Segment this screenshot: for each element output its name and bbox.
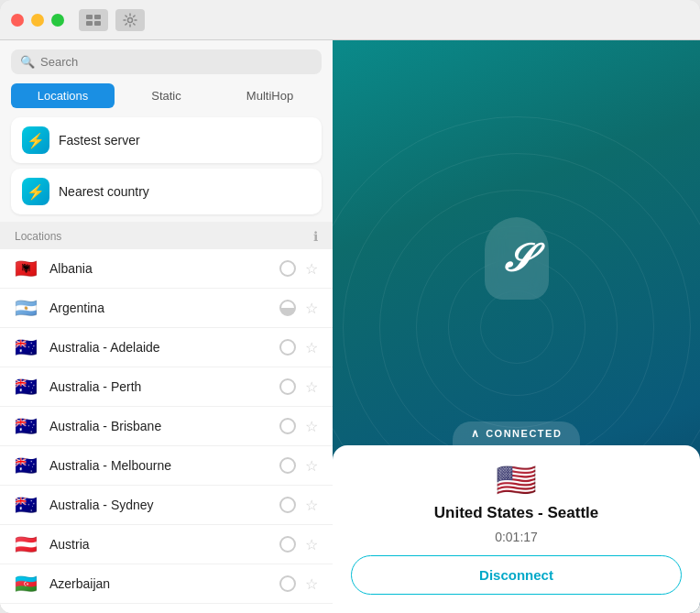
connected-status: CONNECTED: [486, 428, 562, 439]
country-name-australia-adelaide: Australia - Adelaide: [49, 340, 270, 355]
country-item-australia-perth[interactable]: 🇦🇺Australia - Perth☆: [0, 367, 333, 407]
country-item-albania[interactable]: 🇦🇱Albania☆: [0, 249, 333, 289]
star-australia-brisbane[interactable]: ☆: [305, 418, 318, 435]
flag-australia-brisbane: 🇦🇺: [15, 417, 40, 435]
app-window: 🔍 Locations Static MultiHop ⚡ Fastest se…: [0, 0, 700, 613]
connection-timer: 0:01:17: [495, 530, 538, 544]
country-item-austria[interactable]: 🇦🇹Austria☆: [0, 525, 333, 564]
svg-rect-1: [94, 15, 101, 19]
star-australia-melbourne[interactable]: ☆: [305, 457, 318, 475]
flag-australia-perth: 🇦🇺: [15, 378, 40, 396]
country-item-australia-sydney[interactable]: 🇦🇺Australia - Sydney☆: [0, 486, 333, 525]
country-list: 🇦🇱Albania☆🇦🇷Argentina☆🇦🇺Australia - Adel…: [0, 249, 333, 613]
svg-rect-3: [94, 21, 101, 26]
search-icon: 🔍: [20, 55, 35, 69]
settings-icon[interactable]: [115, 9, 145, 31]
country-name-australia-sydney: Australia - Sydney: [49, 498, 270, 512]
country-item-australia-adelaide[interactable]: 🇦🇺Australia - Adelaide☆: [0, 328, 333, 367]
flag-australia-melbourne: 🇦🇺: [15, 456, 40, 475]
left-panel: 🔍 Locations Static MultiHop ⚡ Fastest se…: [0, 40, 333, 613]
nearest-country-item[interactable]: ⚡ Nearest country: [11, 169, 322, 214]
connected-badge: ∧ CONNECTED: [453, 421, 581, 445]
search-wrapper[interactable]: 🔍: [11, 49, 322, 74]
fastest-server-label: Fastest server: [59, 133, 140, 148]
radio-albania[interactable]: [279, 260, 296, 277]
tab-multihop[interactable]: MultiHop: [218, 83, 322, 108]
logo-s: 𝒮: [503, 239, 530, 278]
logo-container: 𝒮: [485, 217, 549, 300]
chevron-up-icon[interactable]: ∧: [471, 427, 481, 440]
country-item-australia-brisbane[interactable]: 🇦🇺Australia - Brisbane☆: [0, 407, 333, 446]
radio-australia-perth[interactable]: [279, 378, 296, 395]
connected-panel: ∧ CONNECTED 🇺🇸 United States - Seattle 0…: [333, 421, 700, 613]
country-name-australia-brisbane: Australia - Brisbane: [49, 419, 270, 433]
star-australia-perth[interactable]: ☆: [305, 378, 318, 396]
lightning-icon-fastest: ⚡: [22, 126, 49, 154]
nearest-country-label: Nearest country: [59, 184, 149, 199]
country-item-australia-melbourne[interactable]: 🇦🇺Australia - Melbourne☆: [0, 446, 333, 486]
disconnect-button[interactable]: Disconnect: [351, 555, 682, 595]
star-australia-sydney[interactable]: ☆: [305, 497, 318, 514]
section-header-label: Locations: [15, 230, 61, 243]
flag-australia-sydney: 🇦🇺: [15, 496, 40, 514]
svg-rect-2: [86, 21, 93, 26]
country-item-azerbaijan[interactable]: 🇦🇿Azerbaijan☆: [0, 564, 333, 604]
logo-shape: 𝒮: [485, 217, 549, 300]
radio-australia-sydney[interactable]: [279, 497, 296, 513]
star-azerbaijan[interactable]: ☆: [305, 575, 318, 593]
country-item-argentina[interactable]: 🇦🇷Argentina☆: [0, 289, 333, 328]
tab-static[interactable]: Static: [115, 83, 218, 108]
connection-flag: 🇺🇸: [496, 464, 537, 497]
lightning-icon-nearest: ⚡: [22, 178, 49, 205]
main-layout: 🔍 Locations Static MultiHop ⚡ Fastest se…: [0, 40, 700, 613]
flag-albania: 🇦🇱: [15, 259, 40, 278]
flag-argentina: 🇦🇷: [15, 299, 40, 317]
section-header: Locations ℹ: [0, 222, 333, 249]
fastest-server-item[interactable]: ⚡ Fastest server: [11, 117, 322, 163]
maximize-button[interactable]: [51, 14, 64, 27]
tabs-container: Locations Static MultiHop: [0, 83, 333, 117]
radio-austria[interactable]: [279, 536, 296, 553]
country-name-albania: Albania: [49, 261, 270, 276]
tab-locations[interactable]: Locations: [11, 83, 115, 108]
window-layout-icon[interactable]: [79, 9, 108, 31]
title-bar-controls: [79, 9, 145, 31]
country-name-azerbaijan: Azerbaijan: [49, 576, 270, 591]
info-icon[interactable]: ℹ: [313, 229, 318, 244]
minimize-button[interactable]: [31, 14, 44, 27]
connection-card: 🇺🇸 United States - Seattle 0:01:17 Disco…: [333, 445, 700, 613]
star-albania[interactable]: ☆: [305, 260, 318, 278]
country-name-australia-perth: Australia - Perth: [49, 379, 270, 394]
search-bar: 🔍: [0, 40, 333, 83]
star-australia-adelaide[interactable]: ☆: [305, 339, 318, 356]
radio-australia-melbourne[interactable]: [279, 457, 296, 474]
title-bar: [0, 0, 700, 40]
svg-rect-0: [86, 15, 93, 19]
radio-azerbaijan[interactable]: [279, 575, 296, 592]
radio-australia-brisbane[interactable]: [279, 418, 296, 434]
search-input[interactable]: [40, 55, 312, 69]
radio-australia-adelaide[interactable]: [279, 339, 296, 356]
country-name-argentina: Argentina: [49, 301, 270, 315]
radio-argentina[interactable]: [279, 300, 296, 316]
connection-location: United States - Seattle: [434, 504, 599, 522]
right-panel: 𝒮 ∧ CONNECTED 🇺🇸 United States - Seattle…: [333, 40, 700, 613]
star-austria[interactable]: ☆: [305, 536, 318, 553]
svg-point-4: [128, 17, 133, 22]
quick-actions: ⚡ Fastest server ⚡ Nearest country: [0, 117, 333, 222]
star-argentina[interactable]: ☆: [305, 300, 318, 317]
country-name-australia-melbourne: Australia - Melbourne: [49, 458, 270, 473]
flag-azerbaijan: 🇦🇿: [15, 575, 40, 593]
country-name-austria: Austria: [49, 537, 270, 552]
close-button[interactable]: [11, 14, 24, 27]
flag-austria: 🇦🇹: [15, 535, 40, 553]
flag-australia-adelaide: 🇦🇺: [15, 338, 40, 356]
